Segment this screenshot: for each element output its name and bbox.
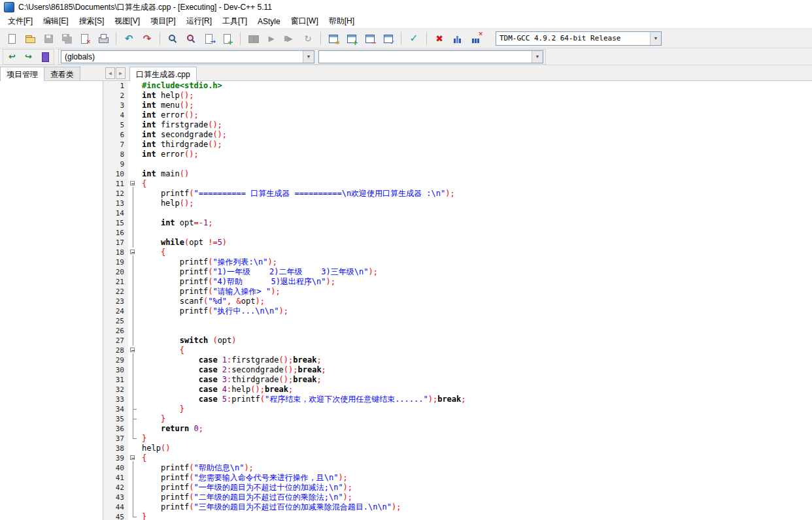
code-line[interactable]: 5int firstgrade(); bbox=[106, 120, 812, 130]
code-line[interactable]: 25 bbox=[106, 316, 812, 326]
compile-run-button[interactable]: ▶ bbox=[281, 30, 298, 46]
code-line[interactable]: 33 case 5:printf("程序结束，欢迎下次使用任意键结束......… bbox=[106, 395, 812, 404]
fold-box-marker[interactable] bbox=[128, 248, 138, 257]
code-line[interactable]: 13 help(); bbox=[106, 199, 812, 208]
code-line[interactable]: 22 printf("请输入操作> "); bbox=[106, 287, 812, 297]
profile-button[interactable] bbox=[449, 30, 466, 46]
insert-button[interactable] bbox=[219, 30, 236, 46]
code-line[interactable]: 39{ bbox=[106, 453, 812, 463]
code-line[interactable]: 7int thirdgrade(); bbox=[106, 140, 812, 150]
code-line[interactable]: 31 case 3:thirdgrade();break; bbox=[106, 375, 812, 385]
rebuild-button[interactable]: ↻ bbox=[299, 30, 316, 46]
menu-item-3[interactable]: 搜索[S] bbox=[74, 14, 110, 29]
fold-box-marker[interactable] bbox=[128, 179, 138, 189]
code-line[interactable]: 42 printf("一年级的题目为不超过十位的加减法;\n"); bbox=[106, 483, 812, 493]
remove-from-project-button[interactable] bbox=[362, 30, 379, 46]
chevron-down-icon[interactable]: ▼ bbox=[650, 32, 661, 45]
members-combo[interactable]: ▼ bbox=[318, 50, 543, 63]
abort-button[interactable]: ✖ bbox=[431, 30, 448, 46]
compile-button[interactable] bbox=[245, 30, 262, 46]
code-line[interactable]: 20 printf("1)一年级 2)二年级 3)三年级\n"); bbox=[106, 267, 812, 277]
code-line[interactable]: 44 printf("三年级的题目为不超过百位的加减乘除混合题目.\n\n"); bbox=[106, 502, 812, 512]
chevron-down-icon[interactable]: ▼ bbox=[532, 51, 543, 63]
code-line[interactable]: 11{ bbox=[106, 179, 812, 189]
code-line[interactable]: 10int main() bbox=[106, 169, 812, 179]
code-line[interactable]: 15 int opt=-1; bbox=[106, 218, 812, 228]
code-line[interactable]: 4int error(); bbox=[106, 110, 812, 120]
code-line[interactable]: 24 printf("执行中...\n\n"); bbox=[106, 306, 812, 316]
code-line[interactable]: 30 case 2:secondgrade();break; bbox=[106, 365, 812, 375]
line-number: 17 bbox=[106, 238, 128, 248]
tab-scroll-right-button[interactable]: ► bbox=[116, 67, 126, 79]
code-line[interactable]: 1#include<stdio.h> bbox=[106, 81, 812, 91]
code-line[interactable]: 35 } bbox=[106, 414, 812, 424]
replace-button[interactable] bbox=[182, 30, 199, 46]
project-manager-panel[interactable] bbox=[0, 81, 103, 520]
code-editor[interactable]: 1#include<stdio.h>2int help();3int menu(… bbox=[106, 81, 812, 520]
find-button[interactable] bbox=[164, 30, 181, 46]
menu-item-1[interactable]: 文件[F] bbox=[3, 14, 38, 29]
code-line[interactable]: 40 printf("帮助信息\n"); bbox=[106, 463, 812, 473]
project-options-button[interactable] bbox=[380, 30, 397, 46]
fold-box-marker[interactable] bbox=[128, 346, 138, 355]
code-line[interactable]: 26 bbox=[106, 326, 812, 336]
undo-button[interactable]: ↶ bbox=[120, 30, 137, 46]
new-project-button[interactable] bbox=[325, 30, 342, 46]
save-all-button[interactable] bbox=[58, 30, 75, 46]
goto-line-button[interactable] bbox=[201, 30, 218, 46]
print-button[interactable] bbox=[95, 30, 112, 46]
globals-combo[interactable]: (globals) ▼ bbox=[61, 50, 314, 63]
redo-button[interactable]: ↷ bbox=[139, 30, 156, 46]
jump-forward-button[interactable]: ↪ bbox=[21, 50, 36, 63]
add-to-project-button[interactable] bbox=[343, 30, 360, 46]
editor-tab[interactable]: 口算生成器.cpp bbox=[129, 67, 197, 81]
panel-tab-2[interactable]: 查看类 bbox=[44, 67, 80, 80]
code-line[interactable]: 19 printf("操作列表:\n"); bbox=[106, 257, 812, 267]
fold-box-marker[interactable] bbox=[128, 453, 138, 463]
jump-back-button[interactable]: ↩ bbox=[5, 50, 20, 63]
code-line[interactable]: 43 printf("二年级的题目为不超过百位的乘除法;\n"); bbox=[106, 493, 812, 502]
bookmarks-button[interactable] bbox=[37, 50, 52, 63]
syntax-check-button[interactable]: ✓ bbox=[405, 30, 422, 46]
code-line[interactable]: 32 case 4:help();break; bbox=[106, 385, 812, 395]
code-line[interactable]: 38help() bbox=[106, 444, 812, 453]
menu-item-4[interactable]: 视图[V] bbox=[109, 14, 145, 29]
code-line[interactable]: 29 case 1:firstgrade();break; bbox=[106, 355, 812, 365]
menu-item-6[interactable]: 运行[R] bbox=[181, 14, 217, 29]
code-line[interactable]: 16 bbox=[106, 228, 812, 238]
menu-item-2[interactable]: 编辑[E] bbox=[38, 14, 74, 29]
code-line[interactable]: 6int secondgrade(); bbox=[106, 130, 812, 140]
menu-item-8[interactable]: AStyle bbox=[252, 15, 286, 28]
open-file-button[interactable] bbox=[22, 30, 39, 46]
code-line[interactable]: 3int menu(); bbox=[106, 101, 812, 110]
code-line[interactable]: 21 printf("4)帮助 5)退出程序\n"); bbox=[106, 277, 812, 287]
profile-delete-button[interactable] bbox=[467, 30, 484, 46]
code-line[interactable]: 45} bbox=[106, 512, 812, 520]
new-file-button[interactable] bbox=[3, 30, 20, 46]
menu-item-10[interactable]: 帮助[H] bbox=[324, 14, 360, 29]
code-line[interactable]: 17 while(opt !=5) bbox=[106, 238, 812, 248]
chevron-down-icon[interactable]: ▼ bbox=[303, 51, 314, 63]
code-line[interactable]: 36 return 0; bbox=[106, 424, 812, 434]
panel-tab-1[interactable]: 项目管理 bbox=[0, 67, 44, 81]
code-line[interactable]: 12 printf("========== 口算生成器 ==========\n… bbox=[106, 189, 812, 199]
menu-item-5[interactable]: 项目[P] bbox=[145, 14, 181, 29]
code-line[interactable]: 9 bbox=[106, 159, 812, 169]
code-line[interactable]: 8int error(); bbox=[106, 150, 812, 159]
code-line[interactable]: 14 bbox=[106, 208, 812, 218]
close-file-button[interactable] bbox=[76, 30, 93, 46]
code-line[interactable]: 34 } bbox=[106, 404, 812, 414]
code-line[interactable]: 18 { bbox=[106, 248, 812, 257]
save-button[interactable] bbox=[40, 30, 57, 46]
menu-item-9[interactable]: 窗口[W] bbox=[286, 14, 324, 29]
code-line[interactable]: 27 switch (opt) bbox=[106, 336, 812, 346]
code-line[interactable]: 23 scanf("%d", &opt); bbox=[106, 297, 812, 306]
menu-item-7[interactable]: 工具[T] bbox=[217, 14, 252, 29]
code-line[interactable]: 41 printf("您需要输入命令代号来进行操作，且\n"); bbox=[106, 473, 812, 483]
code-line[interactable]: 28 { bbox=[106, 346, 812, 355]
run-button[interactable]: ▶ bbox=[263, 30, 280, 46]
tab-scroll-left-button[interactable]: ◄ bbox=[105, 67, 115, 79]
code-line[interactable]: 37} bbox=[106, 434, 812, 444]
code-line[interactable]: 2int help(); bbox=[106, 91, 812, 101]
compiler-combo[interactable]: TDM-GCC 4.9.2 64-bit Release ▼ bbox=[496, 31, 662, 46]
